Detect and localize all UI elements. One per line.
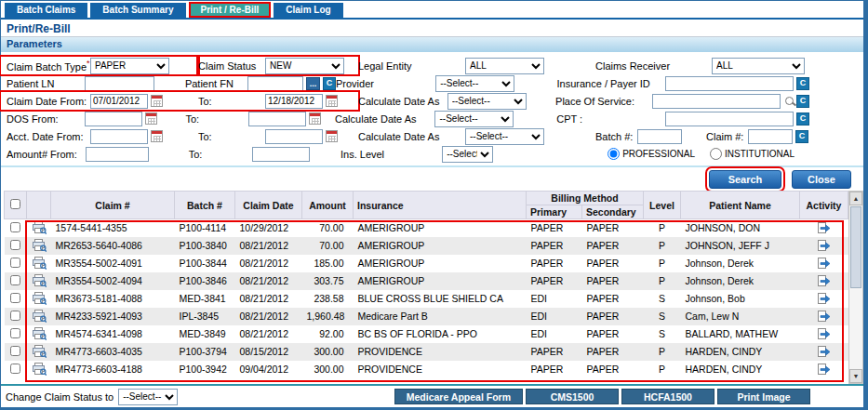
activity-icon[interactable] (817, 363, 831, 374)
table-row: MR4233-5921-4093 IPL-3845 08/21/2012 1,9… (5, 308, 848, 325)
print-preview-icon[interactable] (32, 363, 47, 374)
row-checkbox[interactable] (10, 311, 20, 321)
cms1500-button[interactable]: CMS1500 (526, 389, 619, 404)
ins-level-select[interactable]: --Select-- (442, 146, 493, 163)
acct-date-from-input[interactable] (90, 129, 148, 144)
claims-receiver-select[interactable]: ALL (712, 58, 805, 74)
scroll-down-icon[interactable]: ▼ (849, 369, 862, 383)
amount-from-input[interactable] (86, 147, 149, 162)
print-preview-icon[interactable] (32, 310, 47, 321)
claim-no-clear-button[interactable]: C (795, 130, 808, 143)
calendar-icon[interactable] (309, 112, 321, 125)
batch-number-cell: P100-3844 (175, 255, 235, 272)
level-cell: P (644, 255, 681, 272)
claim-date-cell: 08/21/2012 (235, 325, 302, 343)
hcfa1500-button[interactable]: HCFA1500 (621, 389, 714, 404)
patient-name-cell: HARDEN, CINDY (681, 343, 800, 361)
table-row: MR2653-5640-4086 P100-3840 08/21/2012 70… (5, 237, 848, 255)
claim-number-cell: MR4574-6341-4098 (51, 325, 175, 343)
calendar-icon[interactable] (145, 112, 157, 125)
claim-batch-type-select[interactable]: PAPER (90, 58, 169, 74)
row-checkbox[interactable] (10, 222, 20, 232)
calendar-icon[interactable] (151, 130, 163, 142)
scrollbar-track[interactable] (849, 289, 862, 369)
claim-no-input[interactable] (748, 129, 793, 144)
row-checkbox[interactable] (10, 240, 20, 250)
claim-date-from-input[interactable] (90, 94, 148, 109)
change-claim-status-select[interactable]: --Select-- (118, 389, 178, 405)
close-button[interactable]: Close (792, 170, 851, 189)
amount-to-input[interactable] (252, 147, 310, 162)
patient-name-cell: JOHNSON, DON (681, 219, 800, 237)
activity-icon[interactable] (817, 327, 831, 338)
cpt-input[interactable] (665, 112, 794, 126)
tab-claim-log[interactable]: Claim Log (274, 3, 342, 18)
claim-number-cell: MR3554-5002-4094 (51, 272, 175, 290)
calculate-date-as-select-3[interactable]: --Select-- (465, 128, 544, 145)
calendar-icon[interactable] (151, 95, 163, 107)
calendar-icon[interactable] (326, 130, 338, 142)
place-of-service-input[interactable] (652, 94, 781, 109)
vertical-scrollbar[interactable]: ▲ ▼ (848, 191, 863, 384)
tab-batch-summary[interactable]: Batch Summary (90, 3, 185, 18)
activity-icon[interactable] (817, 274, 831, 285)
institutional-radio[interactable] (710, 148, 722, 160)
patient-ln-input[interactable] (85, 76, 154, 91)
insurance-payer-id-input[interactable] (665, 76, 794, 91)
tab-batch-claims[interactable]: Batch Claims (5, 3, 87, 18)
activity-cell (800, 272, 848, 290)
patient-fn-clear-button[interactable]: C (323, 77, 336, 90)
dos-from-input[interactable] (85, 112, 142, 126)
dos-to-input[interactable] (248, 112, 306, 126)
activity-icon[interactable] (817, 345, 831, 356)
provider-select[interactable]: --Select-- (435, 75, 514, 92)
annotation-claim-status: Claim Status NEW (198, 57, 358, 74)
cpt-clear-button[interactable]: C (796, 112, 809, 126)
claim-status-select[interactable]: NEW (265, 58, 344, 74)
print-preview-icon[interactable] (32, 221, 47, 232)
patient-fn-lookup-button[interactable]: ... (306, 77, 320, 90)
search-button[interactable]: Search (709, 170, 781, 189)
place-of-service-clear-button[interactable]: C (796, 95, 809, 108)
row-checkbox[interactable] (10, 364, 20, 374)
print-preview-icon[interactable] (32, 274, 47, 285)
row-checkbox[interactable] (10, 328, 20, 338)
activity-icon[interactable] (817, 257, 831, 268)
row-checkbox[interactable] (10, 275, 20, 285)
row-checkbox[interactable] (10, 258, 20, 268)
calculate-date-as-select-2[interactable]: --Select-- (434, 111, 514, 127)
scroll-up-icon[interactable]: ▲ (849, 192, 862, 205)
activity-icon[interactable] (817, 292, 831, 303)
patient-fn-input[interactable] (247, 76, 303, 91)
print-preview-icon[interactable] (32, 327, 47, 338)
medicare-appeal-form-button[interactable]: Medicare Appeal Form (394, 389, 523, 404)
activity-icon[interactable] (817, 310, 831, 321)
print-preview-icon[interactable] (32, 292, 47, 303)
calendar-icon[interactable] (326, 95, 338, 107)
row-checkbox[interactable] (10, 346, 20, 356)
professional-radio[interactable] (608, 148, 620, 160)
patient-ln-label: Patient LN (7, 78, 54, 89)
activity-icon[interactable] (817, 239, 831, 250)
print-preview-icon[interactable] (32, 239, 47, 250)
patient-name-header: Patient Name (681, 192, 800, 219)
batch-no-input[interactable] (637, 129, 682, 144)
app-window: Batch ClaimsBatch SummaryPrint / Re-Bill… (0, 0, 868, 410)
print-image-button[interactable]: Print Image (717, 389, 810, 404)
claim-date-cell: 08/15/2012 (235, 343, 302, 361)
claim-date-cell: 10/29/2012 (235, 219, 302, 237)
print-preview-icon[interactable] (32, 345, 47, 356)
patient-name-cell: HARDEN, CINDY (681, 361, 800, 378)
calculate-date-as-select-1[interactable]: --Select-- (447, 93, 527, 110)
row-checkbox[interactable] (10, 293, 20, 303)
print-preview-icon[interactable] (32, 257, 47, 268)
tab-print-re-bill[interactable]: Print / Re-Bill (189, 2, 272, 18)
claim-date-to-input[interactable] (265, 94, 323, 109)
insurance-payer-id-clear-button[interactable]: C (796, 77, 809, 90)
activity-icon[interactable] (817, 221, 831, 232)
search-lookup-icon[interactable] (785, 97, 794, 105)
legal-entity-select[interactable]: ALL (465, 58, 544, 74)
select-all-checkbox[interactable] (10, 199, 20, 209)
scrollbar-thumb[interactable] (850, 206, 861, 288)
acct-date-to-input[interactable] (265, 129, 323, 144)
